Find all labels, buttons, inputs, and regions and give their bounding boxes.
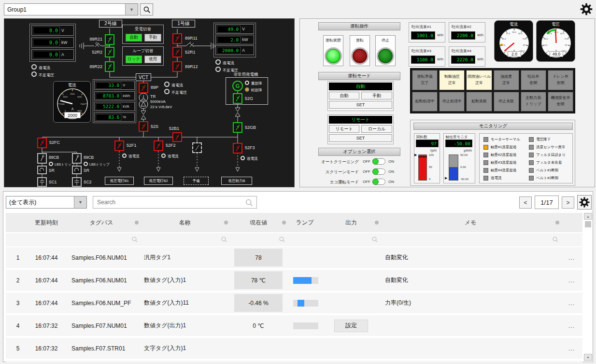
breaker-52B1[interactable] <box>172 132 182 142</box>
breaker-89R11[interactable] <box>172 33 182 44</box>
set-button[interactable]: 設定 <box>334 320 368 332</box>
sc-2 <box>72 177 82 187</box>
52F2-overcurrent-label: 過電流 <box>168 154 179 159</box>
chevron-down-icon[interactable]: ▼ <box>74 196 86 208</box>
receive-manual-button[interactable]: 手動 <box>144 34 161 42</box>
scroll-down-button[interactable]: ▼ <box>584 354 592 361</box>
table-row[interactable]: 3 16:07:44 Samples.F06.NUM_PF 数値タグ(入力)11… <box>6 293 582 313</box>
col-header-output[interactable]: 出力 <box>322 213 380 232</box>
transformer-label: TR <box>150 94 156 99</box>
eco-mode-on-label: ON <box>388 180 394 184</box>
gauge-needle <box>555 30 556 43</box>
filter-memo[interactable] <box>380 233 561 246</box>
chevron-down-icon[interactable]: ▼ <box>125 4 138 15</box>
table-search-input[interactable] <box>93 196 243 208</box>
table-filter-select[interactable]: (全て表示) ▼ <box>6 196 87 209</box>
lbs-89CB-2[interactable] <box>72 153 82 164</box>
receive-auto-button[interactable]: 自動 <box>126 34 142 42</box>
stop-button[interactable]: 停止 <box>375 35 396 66</box>
page-indicator[interactable]: 1/17 <box>535 196 559 209</box>
col-header-name[interactable]: 名称 <box>140 213 229 232</box>
row-more-button[interactable]: ... <box>561 254 582 261</box>
filter-output[interactable] <box>322 233 380 246</box>
panel-current-value: 2.0 <box>508 51 521 57</box>
breaker-89R21[interactable] <box>105 34 114 45</box>
svg-text:50.0: 50.0 <box>512 31 516 33</box>
group-select[interactable]: Group1 ▼ <box>4 3 138 15</box>
rpm-marker-arrow: ▶ <box>414 153 417 157</box>
breaker-89R12[interactable] <box>172 61 182 72</box>
scroll-up-button[interactable]: ▲ <box>584 213 592 220</box>
eco-mode-toggle[interactable] <box>372 179 385 185</box>
filter-value[interactable] <box>229 233 287 246</box>
breaker-89R11-label: 89R11 <box>185 36 198 41</box>
mode-local-button[interactable]: ローカル <box>361 125 392 133</box>
screen-mode-toggle[interactable] <box>372 168 385 175</box>
tag-table-panel: (全て表示) ▼ < 1/17 > 更新時刻 タグパス 名称 現在値 ランプ <box>3 191 593 362</box>
run-button[interactable]: 運転 <box>350 35 370 66</box>
row-more-button[interactable]: ... <box>561 277 582 284</box>
breaker-52F3[interactable] <box>233 143 242 154</box>
search-button[interactable] <box>140 3 153 15</box>
scroll-thumb[interactable] <box>585 221 591 227</box>
svg-text:3000: 3000 <box>63 96 68 98</box>
col-header-lamp[interactable]: ランプ <box>287 213 322 232</box>
search-icon <box>143 6 151 14</box>
mode-remote-button[interactable]: リモート <box>329 125 359 133</box>
breaker-52F1[interactable] <box>114 140 124 151</box>
lamp-bar <box>293 277 312 284</box>
flow-meter-3: 吐出流量#3 1100.0 kl/h <box>409 46 445 67</box>
monitoring-section: モニタリング 回転数 97 rpm ▶ 100 50 0 軸位置モニタ -50.… <box>410 120 575 186</box>
mode-manual-button[interactable]: 手動 <box>361 92 392 99</box>
table-scrollbar[interactable]: ▲ ▼ <box>584 213 592 361</box>
breaker-52S[interactable] <box>139 121 148 132</box>
filter-tagpath[interactable] <box>63 233 140 246</box>
row-name: 数値タグ(入力)11 <box>140 299 229 307</box>
breaker-52R2[interactable] <box>105 47 114 57</box>
mode-set-button-2[interactable]: SET <box>329 134 392 142</box>
table-row[interactable]: 2 16:07:44 Samples.F06.NUM01 数値タグ(入力)1 7… <box>6 270 582 291</box>
breaker-52F2[interactable] <box>154 140 163 151</box>
table-row[interactable]: 5 16:07:32 Samples.F07.STR01 文字タグ(入力)1 .… <box>6 338 582 359</box>
row-time: 16:07:44 <box>30 254 63 261</box>
col-header-value[interactable]: 現在値 <box>229 213 287 232</box>
run-state-button[interactable]: 運転状態 <box>323 35 343 66</box>
filter-name[interactable] <box>140 233 229 246</box>
breaker-52GB[interactable] <box>233 122 242 133</box>
alarm-indicator <box>529 145 534 150</box>
mode-auto-button[interactable]: 自動 <box>329 92 359 99</box>
table-settings-button[interactable] <box>577 195 592 210</box>
rpm-marker-line <box>418 156 427 157</box>
breaker-89R22[interactable] <box>105 61 114 72</box>
auto-cleaning-toggle[interactable] <box>372 158 385 165</box>
row-value: 0 ℃ <box>229 317 287 335</box>
loop-lock-button[interactable]: ロック <box>126 56 142 63</box>
row-index: 2 <box>6 277 30 284</box>
row-time: 16:07:32 <box>30 345 63 352</box>
top-bar: Group1 ▼ <box>0 0 596 18</box>
status-cell: ドレン弁全閉 <box>548 70 573 90</box>
col-header-time[interactable]: 更新時刻 <box>30 213 63 232</box>
vct-label: VCT <box>136 73 151 81</box>
row-more-button[interactable]: ... <box>561 345 582 352</box>
breaker-52FC[interactable] <box>37 138 47 148</box>
prev-page-button[interactable]: < <box>519 196 532 209</box>
loop-use-button[interactable]: 使用 <box>144 56 161 63</box>
lbs-89CB-1[interactable] <box>37 153 47 164</box>
row-more-button[interactable]: ... <box>561 322 582 329</box>
table-row[interactable]: 1 16:07:44 Samples.F06.NUM01 汎用タグ1 78 自動… <box>6 247 582 268</box>
breaker-89P[interactable] <box>139 83 148 93</box>
table-row[interactable]: 4 16:07:32 Samples.F07.NUM01 数値タグ(出力)1 0… <box>6 315 582 336</box>
col-header-tagpath[interactable]: タグパス <box>63 213 140 232</box>
alarm-indicator-active <box>483 145 488 150</box>
breaker-52R1[interactable] <box>172 47 182 57</box>
row-more-button[interactable]: ... <box>561 300 582 307</box>
search-icon <box>245 198 254 207</box>
load-power-panel: 低圧動力B <box>221 177 252 185</box>
settings-gear-button[interactable] <box>580 2 593 16</box>
table-filter-value: (全て表示) <box>6 198 74 207</box>
mode-set-button-1[interactable]: SET <box>329 101 392 109</box>
col-header-memo[interactable]: メモ <box>380 213 561 232</box>
breaker-52G[interactable] <box>233 93 242 104</box>
next-page-button[interactable]: > <box>562 196 574 209</box>
